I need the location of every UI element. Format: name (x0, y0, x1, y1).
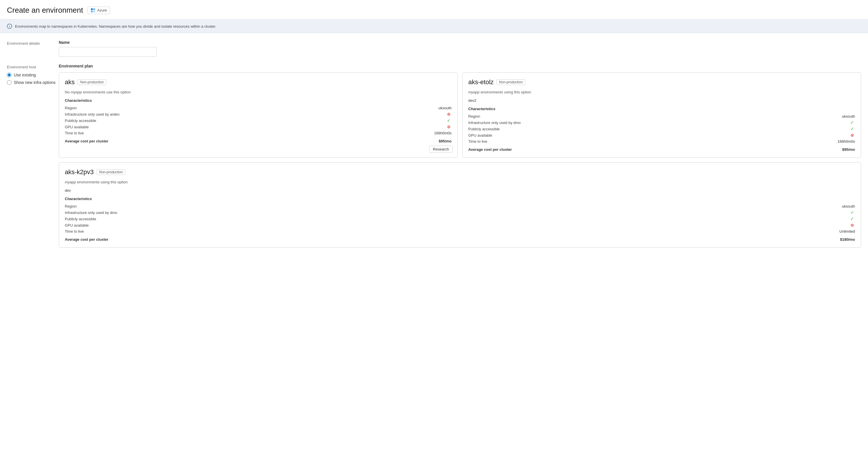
aks-etolz-gpu-icon: ⊗ (850, 133, 855, 138)
aks-etolz-envs-using: myapp environments using this option (468, 90, 855, 94)
svg-rect-1 (93, 8, 95, 10)
aks-etolz-ttl-row: Time to live 168h0m0s (468, 138, 855, 144)
use-existing-label: Use existing (14, 73, 36, 77)
aks-gpu-row: GPU available ⊗ (65, 124, 452, 130)
aks-k2pv3-env-list: dev (65, 188, 855, 193)
aks-avg-cost-label: Average cost per cluster (65, 139, 108, 143)
env-host-label: Environment host (7, 65, 59, 69)
aks-k2pv3-region-label: Region (65, 204, 76, 208)
env-plan-label: Environment plan (59, 64, 861, 68)
show-new-infra-radio[interactable] (7, 80, 11, 85)
svg-rect-3 (93, 11, 95, 12)
aks-etolz-ttl-label: Time to live (468, 139, 487, 144)
aks-etolz-avg-cost-row: Average cost per cluster $95/mo (468, 146, 855, 152)
aks-etolz-avg-cost-value: $95/mo (842, 147, 855, 152)
aks-k2pv3-card-header: aks-k2pv3 Non-production (65, 168, 855, 176)
aks-ttl-value: 168h0m0s (434, 131, 452, 135)
aks-public-row: Publicly accessible ✓ (65, 117, 452, 124)
aks-k2pv3-plan-badge: Non-production (96, 169, 125, 175)
use-existing-option[interactable]: Use existing (7, 73, 59, 77)
plan-card-aks: aks Non-production No myapp environments… (59, 73, 458, 158)
aks-k2pv3-avg-cost-value: $180/mo (840, 237, 855, 241)
aks-etolz-gpu-label: GPU available (468, 133, 492, 138)
aks-etolz-avg-cost-label: Average cost per cluster (468, 147, 512, 152)
svg-rect-0 (91, 8, 93, 10)
plan-card-aks-k2pv3: aks-k2pv3 Non-production myapp environme… (59, 162, 861, 248)
aks-etolz-region-value: uksouth (842, 114, 855, 118)
aks-etolz-infra-row: Infrastructure only used by dmo ✓ (468, 119, 855, 126)
aks-k2pv3-infra-row: Infrastructure only used by dmo ✓ (65, 209, 855, 216)
svg-rect-2 (91, 11, 93, 12)
left-sidebar-host: Environment host Use existing Show new i… (7, 64, 59, 248)
plan-card-aks-etolz: aks-etolz Non-production myapp environme… (462, 73, 861, 158)
aks-etolz-char-title: Characteristics (468, 107, 855, 111)
aks-avg-cost-value: $95/mo (439, 139, 452, 143)
research-button[interactable]: Research (429, 146, 453, 153)
aks-ttl-row: Time to live 168h0m0s (65, 130, 452, 136)
aks-k2pv3-region-row: Region uksouth (65, 203, 855, 209)
env-details-label: Environment details (7, 41, 59, 46)
info-banner-text: Environments map to namespaces in Kubern… (15, 24, 216, 29)
azure-badge: Azure (88, 7, 110, 14)
azure-icon (91, 8, 95, 13)
main-content-name: Name (59, 40, 861, 57)
env-plan-section: Environment plan aks Non-production No m… (59, 64, 861, 248)
aks-plan-name: aks (65, 79, 74, 86)
aks-k2pv3-public-icon: ✓ (850, 217, 855, 221)
aks-public-label: Publicly accessible (65, 118, 96, 123)
aks-gpu-label: GPU available (65, 125, 89, 129)
aks-infra-icon: ⊗ (447, 112, 452, 116)
aks-etolz-infra-label: Infrastructure only used by dmo (468, 120, 521, 125)
aks-etolz-public-row: Publicly accessible ✓ (468, 126, 855, 132)
aks-etolz-card-header: aks-etolz Non-production (468, 79, 855, 86)
aks-k2pv3-public-row: Publicly accessible ✓ (65, 216, 855, 222)
aks-k2pv3-ttl-value: Unlimited (839, 229, 855, 233)
aks-etolz-gpu-row: GPU available ⊗ (468, 132, 855, 138)
show-new-infra-option[interactable]: Show new infra options (7, 80, 59, 85)
aks-infra-row: Infrastructure only used by arden ⊗ (65, 111, 452, 117)
content-area: Environment details Name (0, 33, 868, 64)
aks-etolz-infra-icon: ✓ (850, 120, 855, 125)
aks-region-value: uksouth (438, 106, 452, 110)
aks-card-header: aks Non-production (65, 79, 452, 86)
aks-region-row: Region uksouth (65, 105, 452, 111)
aks-k2pv3-region-value: uksouth (842, 204, 855, 208)
aks-k2pv3-gpu-icon: ⊗ (850, 223, 855, 228)
info-banner: i Environments map to namespaces in Kube… (0, 19, 868, 33)
page-title: Create an environment (7, 6, 83, 15)
azure-label: Azure (97, 8, 107, 12)
aks-k2pv3-avg-cost-label: Average cost per cluster (65, 237, 108, 241)
aks-plan-badge: Non-production (78, 79, 106, 85)
aks-envs-using: No myapp environments use this option (65, 90, 452, 94)
page-header: Create an environment Azure (0, 0, 868, 19)
aks-infra-label: Infrastructure only used by arden (65, 112, 120, 116)
aks-k2pv3-ttl-row: Time to live Unlimited (65, 228, 855, 234)
aks-etolz-ttl-value: 168h0m0s (837, 139, 855, 144)
info-icon: i (7, 24, 12, 29)
aks-k2pv3-gpu-row: GPU available ⊗ (65, 222, 855, 228)
aks-k2pv3-avg-cost-row: Average cost per cluster $180/mo (65, 235, 855, 241)
aks-k2pv3-gpu-label: GPU available (65, 223, 89, 228)
aks-etolz-public-label: Publicly accessible (468, 127, 500, 131)
aks-k2pv3-infra-icon: ✓ (850, 210, 855, 215)
env-host-section: Environment host Use existing Show new i… (0, 64, 868, 255)
aks-gpu-icon: ⊗ (447, 124, 452, 129)
aks-k2pv3-char-title: Characteristics (65, 197, 855, 201)
use-existing-radio[interactable] (7, 73, 11, 77)
aks-etolz-region-label: Region (468, 114, 480, 118)
name-field-label: Name (59, 40, 861, 45)
aks-etolz-region-row: Region uksouth (468, 113, 855, 119)
aks-k2pv3-ttl-label: Time to live (65, 229, 84, 233)
show-new-infra-label: Show new infra options (14, 80, 56, 85)
aks-char-title: Characteristics (65, 98, 452, 103)
aks-k2pv3-envs-using: myapp environments using this option (65, 180, 855, 184)
aks-ttl-label: Time to live (65, 131, 84, 135)
aks-etolz-plan-name: aks-etolz (468, 79, 494, 86)
aks-k2pv3-plan-name: aks-k2pv3 (65, 168, 94, 176)
aks-etolz-public-icon: ✓ (850, 126, 855, 131)
aks-etolz-plan-badge: Non-production (496, 79, 525, 85)
aks-avg-cost-row: Average cost per cluster $95/mo (65, 137, 452, 143)
left-sidebar-details: Environment details (7, 40, 59, 57)
name-input[interactable] (59, 47, 157, 57)
aks-public-icon: ✓ (447, 118, 452, 123)
